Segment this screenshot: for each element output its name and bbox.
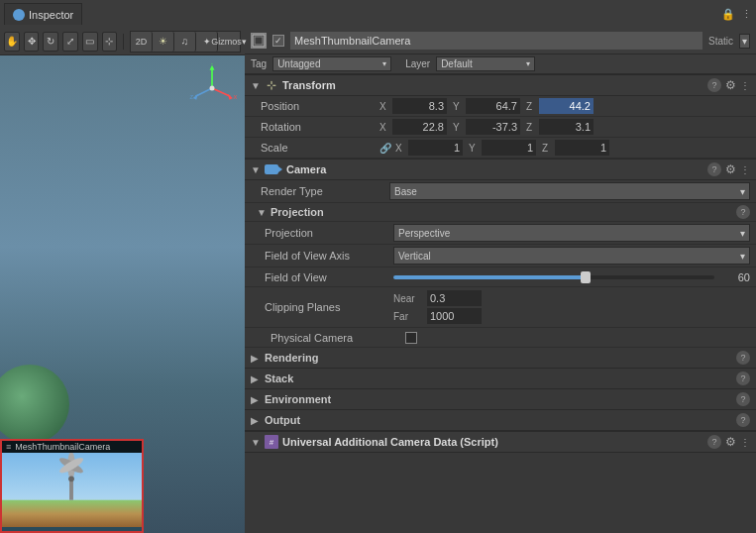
static-dropdown[interactable]: ▾ <box>739 34 750 49</box>
svg-marker-5 <box>193 94 198 100</box>
svg-rect-18 <box>255 37 263 45</box>
output-help[interactable]: ? <box>736 413 750 427</box>
rendering-help[interactable]: ? <box>736 351 750 365</box>
scale-y-field: Y <box>469 140 536 156</box>
render-type-label: Render Type <box>261 185 389 197</box>
fov-label: Field of View <box>265 271 393 283</box>
clipping-values: Near Far <box>393 289 750 325</box>
move-tool-btn[interactable]: ✥ <box>24 32 40 52</box>
gizmos-dropdown-btn[interactable]: Gizmos▾ <box>218 32 240 52</box>
output-section[interactable]: ▶ Output ? <box>245 410 756 431</box>
scale-link-icon: 🔗 <box>379 143 391 154</box>
transform-tool-btn[interactable]: ⊹ <box>102 32 118 52</box>
svg-rect-11 <box>2 500 142 527</box>
projection-help-btn[interactable]: ? <box>736 205 750 219</box>
rot-y-input[interactable] <box>466 119 520 135</box>
rot-z-label: Z <box>526 122 538 133</box>
transform-help-btn[interactable]: ? <box>707 78 721 92</box>
stack-section[interactable]: ▶ Stack ? <box>245 369 756 389</box>
clipping-row: Clipping Planes Near Far <box>245 287 756 328</box>
transform-section-header[interactable]: ▼ ⊹ Transform ? ⚙ ⋮ <box>245 74 756 96</box>
uacd-help-btn[interactable]: ? <box>707 435 721 449</box>
camera-section-header[interactable]: ▼ Camera ? ⚙ ⋮ <box>245 159 756 180</box>
render-type-dropdown[interactable]: Base ▾ <box>389 182 750 200</box>
svg-point-16 <box>68 476 74 481</box>
scale-z-input[interactable] <box>555 140 609 156</box>
static-label: Static <box>708 36 733 47</box>
fov-axis-row: Field of View Axis Vertical ▾ <box>245 245 756 267</box>
tag-dropdown[interactable]: Untagged ▾ <box>272 56 391 71</box>
scale-tool-btn[interactable]: ⤢ <box>62 32 78 52</box>
rendering-section[interactable]: ▶ Rendering ? <box>245 348 756 369</box>
transform-help-buttons: ? ⚙ ⋮ <box>707 78 750 92</box>
environment-section[interactable]: ▶ Environment ? <box>245 389 756 410</box>
pos-x-input[interactable] <box>392 98 447 114</box>
pos-x-label: X <box>379 101 391 112</box>
near-label: Near <box>393 293 421 304</box>
camera-help-btn[interactable]: ? <box>707 162 721 176</box>
uacd-settings-btn[interactable]: ⚙ <box>725 435 736 449</box>
hand-tool-btn[interactable]: ✋ <box>4 32 20 52</box>
stack-help[interactable]: ? <box>736 372 750 385</box>
rot-z-input[interactable] <box>539 119 594 135</box>
scale-x-input[interactable] <box>408 140 463 156</box>
physical-camera-label: Physical Camera <box>270 332 399 344</box>
fov-slider-track[interactable] <box>393 275 714 279</box>
audio-btn[interactable]: ♫ <box>174 32 196 52</box>
uacd-title: Universal Additional Camera Data (Script… <box>282 436 498 448</box>
layer-dropdown[interactable]: Default ▾ <box>436 56 535 71</box>
far-input[interactable] <box>427 308 482 324</box>
lighting-btn[interactable]: ☀ <box>153 32 174 52</box>
inspector-tab[interactable]: Inspector <box>4 3 82 25</box>
camera-preview-scene <box>2 453 142 527</box>
inspector-tab-label: Inspector <box>29 9 73 21</box>
rot-x-field: X <box>379 119 447 135</box>
camera-menu-btn[interactable]: ⋮ <box>740 164 750 175</box>
fov-slider-thumb[interactable] <box>581 271 591 283</box>
scale-values: 🔗 X Y Z <box>379 140 750 156</box>
physical-camera-checkbox[interactable] <box>405 332 417 344</box>
fov-axis-dropdown[interactable]: Vertical ▾ <box>393 247 750 265</box>
stack-title: Stack <box>265 373 293 384</box>
rot-z-field: Z <box>526 119 594 135</box>
top-right-icons: 🔒 ⋮ <box>721 8 752 21</box>
pos-z-input[interactable] <box>539 98 594 114</box>
projection-subsection[interactable]: ▼ Projection ? <box>245 203 756 222</box>
rot-x-input[interactable] <box>392 119 447 135</box>
rect-tool-btn[interactable]: ▭ <box>82 32 98 52</box>
2d-view-btn[interactable]: 2D <box>131 32 153 52</box>
fov-slider-container: 60 <box>393 271 750 283</box>
environment-help[interactable]: ? <box>736 392 750 406</box>
pos-x-field: X <box>379 98 447 114</box>
camera-help-buttons: ? ⚙ ⋮ <box>707 162 750 176</box>
projection-dropdown[interactable]: Perspective ▾ <box>393 224 750 242</box>
rotation-label: Rotation <box>261 121 379 133</box>
projection-arrow: ▼ <box>257 207 267 218</box>
svg-line-2 <box>212 88 230 96</box>
scale-y-input[interactable] <box>482 140 536 156</box>
pos-y-input[interactable] <box>466 98 520 114</box>
rotate-tool-btn[interactable]: ↻ <box>43 32 58 52</box>
tag-label: Tag <box>251 58 267 69</box>
uacd-icon: # <box>265 435 278 449</box>
object-active-checkbox[interactable] <box>272 35 284 47</box>
fov-axis-value: Vertical ▾ <box>393 247 750 265</box>
transform-menu-btn[interactable]: ⋮ <box>740 80 750 91</box>
uacd-help-buttons: ? ⚙ ⋮ <box>707 435 750 449</box>
rot-x-label: X <box>379 122 391 133</box>
tag-dropdown-arrow: ▾ <box>382 59 386 68</box>
near-input[interactable] <box>427 290 482 306</box>
transform-arrow: ▼ <box>251 80 261 91</box>
clipping-group: Near Far <box>393 289 750 325</box>
uacd-menu-btn[interactable]: ⋮ <box>740 437 750 448</box>
projection-value: Perspective ▾ <box>393 224 750 242</box>
transform-settings-btn[interactable]: ⚙ <box>725 78 736 92</box>
more-icon[interactable]: ⋮ <box>741 8 752 21</box>
lock-icon[interactable]: 🔒 <box>721 8 735 21</box>
uacd-section-header[interactable]: ▼ # Universal Additional Camera Data (Sc… <box>245 431 756 453</box>
scene-terrain-blob <box>0 365 69 444</box>
object-name-input[interactable] <box>290 32 702 50</box>
scene-panel: ✋ ✥ ↻ ⤢ ▭ ⊹ 2D ☀ ♫ ✦ Gizmos▾ <box>0 28 245 533</box>
camera-settings-btn[interactable]: ⚙ <box>725 162 736 176</box>
pos-z-field: Z <box>526 98 594 114</box>
